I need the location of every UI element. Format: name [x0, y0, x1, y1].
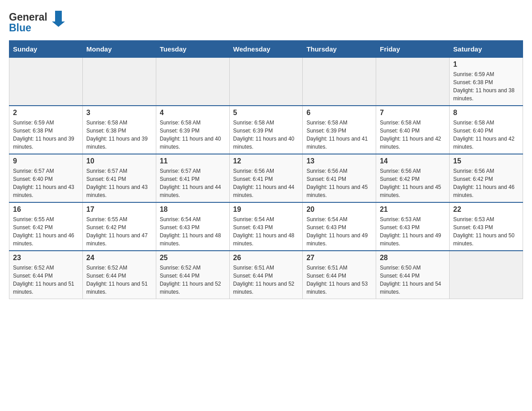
calendar-week-row: 23Sunrise: 6:52 AM Sunset: 6:44 PM Dayli… — [9, 251, 523, 299]
calendar-day-cell — [82, 58, 156, 106]
col-header-sunday: Sunday — [9, 41, 83, 58]
calendar-day-cell: 7Sunrise: 6:58 AM Sunset: 6:40 PM Daylig… — [376, 106, 450, 154]
day-number: 11 — [160, 157, 226, 165]
col-header-monday: Monday — [82, 41, 156, 58]
calendar-day-cell: 27Sunrise: 6:51 AM Sunset: 6:44 PM Dayli… — [303, 251, 376, 299]
calendar-day-cell: 10Sunrise: 6:57 AM Sunset: 6:41 PM Dayli… — [82, 154, 156, 202]
calendar-table: SundayMondayTuesdayWednesdayThursdayFrid… — [9, 40, 523, 299]
day-number: 26 — [233, 254, 299, 262]
day-number: 9 — [13, 157, 79, 165]
page-header: General Blue — [9, 9, 523, 36]
day-info: Sunrise: 6:50 AM Sunset: 6:44 PM Dayligh… — [380, 264, 446, 296]
day-number: 27 — [306, 254, 372, 262]
day-info: Sunrise: 6:57 AM Sunset: 6:40 PM Dayligh… — [13, 167, 79, 199]
day-number: 12 — [233, 157, 299, 165]
day-info: Sunrise: 6:54 AM Sunset: 6:43 PM Dayligh… — [306, 215, 372, 248]
day-number: 20 — [306, 206, 372, 214]
day-number: 8 — [453, 109, 519, 117]
calendar-day-cell: 4Sunrise: 6:58 AM Sunset: 6:39 PM Daylig… — [156, 106, 229, 154]
svg-text:Blue: Blue — [9, 22, 31, 34]
day-info: Sunrise: 6:56 AM Sunset: 6:42 PM Dayligh… — [380, 167, 446, 199]
calendar-day-cell: 25Sunrise: 6:52 AM Sunset: 6:44 PM Dayli… — [156, 251, 229, 299]
calendar-week-row: 9Sunrise: 6:57 AM Sunset: 6:40 PM Daylig… — [9, 154, 523, 202]
day-number: 18 — [160, 206, 226, 214]
day-info: Sunrise: 6:58 AM Sunset: 6:39 PM Dayligh… — [160, 119, 226, 151]
calendar-day-cell: 12Sunrise: 6:56 AM Sunset: 6:41 PM Dayli… — [229, 154, 303, 202]
logo-svg: General Blue — [9, 9, 67, 36]
day-number: 22 — [453, 206, 519, 214]
day-info: Sunrise: 6:58 AM Sunset: 6:39 PM Dayligh… — [306, 119, 372, 151]
logo: General Blue — [9, 9, 67, 36]
day-number: 6 — [306, 109, 372, 117]
day-info: Sunrise: 6:55 AM Sunset: 6:42 PM Dayligh… — [86, 215, 152, 248]
day-number: 5 — [233, 109, 299, 117]
calendar-day-cell: 8Sunrise: 6:58 AM Sunset: 6:40 PM Daylig… — [450, 106, 523, 154]
col-header-thursday: Thursday — [303, 41, 376, 58]
day-number: 15 — [453, 157, 519, 165]
day-number: 7 — [380, 109, 446, 117]
day-info: Sunrise: 6:56 AM Sunset: 6:42 PM Dayligh… — [453, 167, 519, 199]
calendar-day-cell: 5Sunrise: 6:58 AM Sunset: 6:39 PM Daylig… — [229, 106, 303, 154]
calendar-day-cell — [156, 58, 229, 106]
calendar-day-cell: 3Sunrise: 6:58 AM Sunset: 6:38 PM Daylig… — [82, 106, 156, 154]
col-header-friday: Friday — [376, 41, 450, 58]
day-info: Sunrise: 6:56 AM Sunset: 6:41 PM Dayligh… — [306, 167, 372, 199]
day-number: 25 — [160, 254, 226, 262]
calendar-day-cell — [229, 58, 303, 106]
day-info: Sunrise: 6:57 AM Sunset: 6:41 PM Dayligh… — [160, 167, 226, 199]
day-number: 24 — [86, 254, 152, 262]
col-header-tuesday: Tuesday — [156, 41, 229, 58]
calendar-week-row: 2Sunrise: 6:59 AM Sunset: 6:38 PM Daylig… — [9, 106, 523, 154]
calendar-day-cell: 19Sunrise: 6:54 AM Sunset: 6:43 PM Dayli… — [229, 202, 303, 251]
day-number: 19 — [233, 206, 299, 214]
day-info: Sunrise: 6:58 AM Sunset: 6:40 PM Dayligh… — [380, 119, 446, 151]
day-number: 16 — [13, 206, 79, 214]
svg-text:General: General — [9, 11, 47, 23]
day-number: 4 — [160, 109, 226, 117]
calendar-day-cell: 22Sunrise: 6:53 AM Sunset: 6:43 PM Dayli… — [450, 202, 523, 251]
day-info: Sunrise: 6:53 AM Sunset: 6:43 PM Dayligh… — [453, 215, 519, 248]
day-info: Sunrise: 6:58 AM Sunset: 6:39 PM Dayligh… — [233, 119, 299, 151]
calendar-header-row: SundayMondayTuesdayWednesdayThursdayFrid… — [9, 41, 523, 58]
calendar-day-cell: 6Sunrise: 6:58 AM Sunset: 6:39 PM Daylig… — [303, 106, 376, 154]
calendar-day-cell: 21Sunrise: 6:53 AM Sunset: 6:43 PM Dayli… — [376, 202, 450, 251]
calendar-day-cell — [376, 58, 450, 106]
day-number: 21 — [380, 206, 446, 214]
day-info: Sunrise: 6:54 AM Sunset: 6:43 PM Dayligh… — [233, 215, 299, 248]
calendar-day-cell: 23Sunrise: 6:52 AM Sunset: 6:44 PM Dayli… — [9, 251, 83, 299]
day-info: Sunrise: 6:52 AM Sunset: 6:44 PM Dayligh… — [13, 264, 79, 296]
day-info: Sunrise: 6:58 AM Sunset: 6:40 PM Dayligh… — [453, 119, 519, 151]
day-info: Sunrise: 6:59 AM Sunset: 6:38 PM Dayligh… — [453, 70, 519, 103]
day-info: Sunrise: 6:59 AM Sunset: 6:38 PM Dayligh… — [13, 119, 79, 151]
calendar-day-cell: 26Sunrise: 6:51 AM Sunset: 6:44 PM Dayli… — [229, 251, 303, 299]
day-number: 13 — [306, 157, 372, 165]
col-header-saturday: Saturday — [450, 41, 523, 58]
day-info: Sunrise: 6:51 AM Sunset: 6:44 PM Dayligh… — [306, 264, 372, 296]
calendar-day-cell: 17Sunrise: 6:55 AM Sunset: 6:42 PM Dayli… — [82, 202, 156, 251]
day-number: 17 — [86, 206, 152, 214]
calendar-day-cell: 11Sunrise: 6:57 AM Sunset: 6:41 PM Dayli… — [156, 154, 229, 202]
day-info: Sunrise: 6:54 AM Sunset: 6:43 PM Dayligh… — [160, 215, 226, 248]
calendar-day-cell: 15Sunrise: 6:56 AM Sunset: 6:42 PM Dayli… — [450, 154, 523, 202]
calendar-day-cell: 14Sunrise: 6:56 AM Sunset: 6:42 PM Dayli… — [376, 154, 450, 202]
day-number: 10 — [86, 157, 152, 165]
calendar-week-row: 1Sunrise: 6:59 AM Sunset: 6:38 PM Daylig… — [9, 58, 523, 106]
day-number: 14 — [380, 157, 446, 165]
calendar-week-row: 16Sunrise: 6:55 AM Sunset: 6:42 PM Dayli… — [9, 202, 523, 251]
day-number: 3 — [86, 109, 152, 117]
calendar-day-cell: 9Sunrise: 6:57 AM Sunset: 6:40 PM Daylig… — [9, 154, 83, 202]
day-info: Sunrise: 6:55 AM Sunset: 6:42 PM Dayligh… — [13, 215, 79, 248]
day-info: Sunrise: 6:51 AM Sunset: 6:44 PM Dayligh… — [233, 264, 299, 296]
calendar-day-cell: 20Sunrise: 6:54 AM Sunset: 6:43 PM Dayli… — [303, 202, 376, 251]
calendar-day-cell — [450, 251, 523, 299]
day-number: 2 — [13, 109, 79, 117]
day-info: Sunrise: 6:52 AM Sunset: 6:44 PM Dayligh… — [86, 264, 152, 296]
calendar-day-cell: 16Sunrise: 6:55 AM Sunset: 6:42 PM Dayli… — [9, 202, 83, 251]
calendar-day-cell: 2Sunrise: 6:59 AM Sunset: 6:38 PM Daylig… — [9, 106, 83, 154]
calendar-day-cell — [303, 58, 376, 106]
day-info: Sunrise: 6:52 AM Sunset: 6:44 PM Dayligh… — [160, 264, 226, 296]
calendar-day-cell: 28Sunrise: 6:50 AM Sunset: 6:44 PM Dayli… — [376, 251, 450, 299]
day-number: 1 — [453, 60, 519, 68]
calendar-day-cell: 24Sunrise: 6:52 AM Sunset: 6:44 PM Dayli… — [82, 251, 156, 299]
col-header-wednesday: Wednesday — [229, 41, 303, 58]
